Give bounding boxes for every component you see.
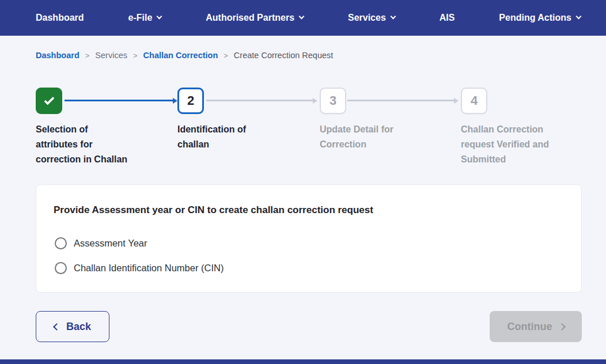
back-button-label: Back [66, 321, 91, 333]
chevron-down-icon [299, 14, 305, 20]
radio-label: Assessment Year [74, 238, 147, 249]
step-3-label: Update Detail for Correction [320, 122, 416, 152]
breadcrumb: Dashboard > Services > Challan Correctio… [36, 50, 333, 61]
breadcrumb-link-dashboard[interactable]: Dashboard [36, 51, 79, 60]
chevron-down-icon [157, 14, 162, 20]
radio-option-cin[interactable]: Challan Identification Number (CIN) [55, 261, 224, 275]
nav-item-label: Services [348, 13, 386, 23]
nav-item-label: Pending Actions [499, 13, 571, 23]
step-2-label: Identification of challan [177, 122, 274, 152]
check-icon [44, 94, 54, 105]
step-number: 3 [329, 93, 336, 108]
step-connector-2-3 [206, 100, 313, 101]
radio-option-assessment-year[interactable]: Assessment Year [55, 236, 147, 250]
arrow-right-icon [454, 98, 459, 104]
radio-label: Challan Identification Number (CIN) [74, 263, 224, 274]
card-heading: Provide Assessment year or CIN to create… [54, 204, 373, 216]
step-connector-1-2 [65, 100, 173, 101]
step-connector-3-4 [347, 100, 454, 101]
nav-item-services[interactable]: Services [348, 13, 395, 23]
step-1-indicator [36, 88, 62, 114]
arrow-right-icon [173, 98, 177, 104]
nav-item-label: Dashboard [36, 13, 84, 23]
progress-stepper: 2 3 4 Selection of attributes for correc… [0, 88, 606, 174]
radio-button-icon[interactable] [55, 262, 67, 274]
nav-item-label: e-File [128, 13, 153, 23]
chevron-right-icon [558, 323, 566, 331]
continue-button[interactable]: Continue [490, 311, 582, 342]
radio-button-icon[interactable] [55, 237, 67, 249]
breadcrumb-separator: > [224, 51, 228, 60]
nav-item-dashboard[interactable]: Dashboard [36, 13, 84, 23]
step-number: 2 [187, 93, 194, 108]
nav-item-label: Authorised Partners [206, 13, 294, 23]
breadcrumb-link-challan-correction[interactable]: Challan Correction [143, 51, 218, 60]
step-3-indicator: 3 [320, 88, 346, 114]
nav-item-ais[interactable]: AIS [440, 13, 455, 23]
nav-item-efile[interactable]: e-File [128, 13, 162, 23]
arrow-right-icon [313, 98, 317, 104]
breadcrumb-item-services: Services [95, 51, 127, 60]
top-navbar: Dashboard e-File Authorised Partners Ser… [0, 0, 606, 36]
back-button[interactable]: Back [36, 311, 109, 342]
challan-selection-card: Provide Assessment year or CIN to create… [36, 184, 582, 293]
nav-item-label: AIS [440, 13, 455, 23]
continue-button-label: Continue [507, 321, 552, 333]
step-1-label: Selection of attributes for correction i… [36, 122, 132, 167]
chevron-down-icon [576, 14, 582, 20]
nav-item-authorised-partners[interactable]: Authorised Partners [206, 13, 304, 23]
breadcrumb-separator: > [133, 51, 138, 60]
chevron-left-icon [53, 323, 60, 331]
step-number: 4 [471, 93, 478, 108]
breadcrumb-current-page: Create Correction Request [234, 51, 333, 60]
footer-bar [0, 359, 606, 364]
breadcrumb-separator: > [85, 51, 90, 60]
step-4-label: Challan Correction request Verified and … [461, 122, 558, 167]
chevron-down-icon [390, 14, 396, 20]
step-4-indicator: 4 [461, 88, 487, 114]
nav-item-pending-actions[interactable]: Pending Actions [499, 13, 581, 23]
step-2-indicator: 2 [177, 88, 204, 114]
